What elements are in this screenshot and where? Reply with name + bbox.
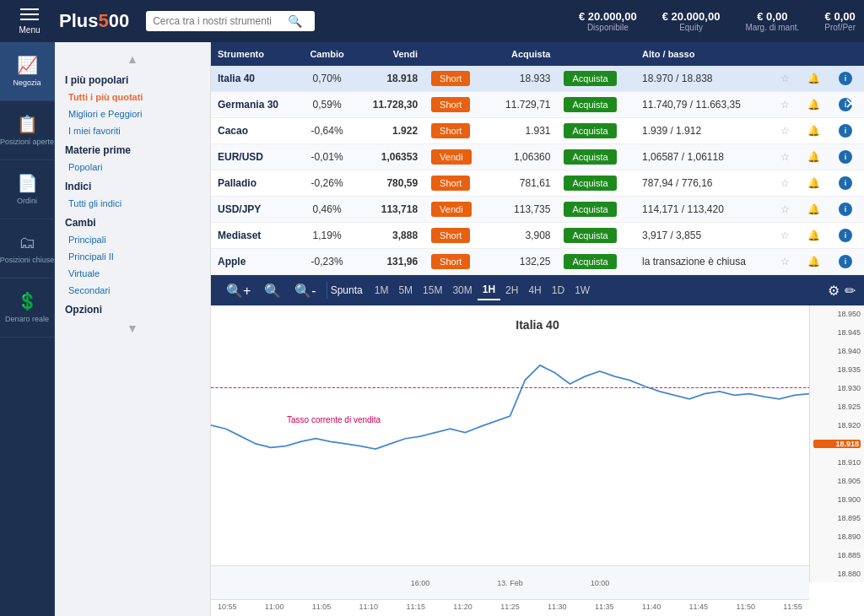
time-btn-1w[interactable]: 1W <box>570 281 595 300</box>
cell-fav[interactable]: ☆ <box>774 66 801 92</box>
cell-info[interactable]: i <box>832 170 864 197</box>
cell-sell-btn[interactable]: Vendi <box>424 144 488 170</box>
cell-sell-btn[interactable]: Short <box>424 249 488 275</box>
table-row[interactable]: USD/JPY 0,46% 113,718 Vendi 113,735 Acqu… <box>211 197 864 223</box>
acquista-button[interactable]: Acquista <box>564 176 616 191</box>
cat-item-principali[interactable]: Principali <box>55 231 210 248</box>
sidebar-item-posizioni-chiuse[interactable]: 🗂 Posizioni chiuse <box>0 219 55 278</box>
info-icon[interactable]: i <box>839 72 852 85</box>
cell-sell-btn[interactable]: Short <box>424 170 488 197</box>
cell-alert[interactable]: 🔔 <box>801 92 832 118</box>
short-button[interactable]: Short <box>431 97 470 112</box>
time-btn-1m[interactable]: 1M <box>370 281 394 300</box>
cell-sell-btn[interactable]: Short <box>424 223 488 249</box>
acquista-button[interactable]: Acquista <box>564 71 616 86</box>
cell-info[interactable]: i <box>832 144 864 170</box>
cell-info[interactable]: i <box>832 197 864 223</box>
vendi-button[interactable]: Vendi <box>431 149 472 165</box>
acquista-button[interactable]: Acquista <box>564 149 616 165</box>
cell-sell-btn[interactable]: Short <box>424 118 488 144</box>
cell-info[interactable]: i <box>832 249 864 275</box>
info-icon[interactable]: i <box>839 203 852 216</box>
search-box[interactable]: 🔍 <box>146 11 315 31</box>
table-row[interactable]: Apple -0,23% 131,96 Short 132,25 Acquist… <box>211 249 864 275</box>
cell-sell-btn[interactable]: Short <box>424 92 488 118</box>
cell-alert[interactable]: 🔔 <box>801 144 832 170</box>
zoom-in-button[interactable]: 🔍+ <box>219 279 257 302</box>
cell-buy-btn[interactable]: Acquista <box>557 92 635 118</box>
cell-info[interactable]: i <box>832 223 864 249</box>
cell-fav[interactable]: ☆ <box>774 118 801 144</box>
alert-icon[interactable]: 🔔 <box>807 125 820 137</box>
cell-fav[interactable]: ☆ <box>774 223 801 249</box>
cat-item-migliori[interactable]: Migliori e Peggiori <box>55 105 210 122</box>
mini-navigator[interactable]: 16:00 13. Feb 10:00 <box>211 565 809 599</box>
cell-alert[interactable]: 🔔 <box>801 223 832 249</box>
cell-fav[interactable]: ☆ <box>774 170 801 197</box>
cell-alert[interactable]: 🔔 <box>801 170 832 197</box>
favorite-icon[interactable]: ☆ <box>780 151 790 163</box>
cell-buy-btn[interactable]: Acquista <box>557 197 635 223</box>
alert-icon[interactable]: 🔔 <box>807 73 820 84</box>
sidebar-item-negozia[interactable]: 📈 Negozia <box>0 42 55 101</box>
table-row[interactable]: Italia 40 0,70% 18.918 Short 18.933 Acqu… <box>211 66 864 92</box>
sidebar-item-denaro-reale[interactable]: 💲 Denaro reale <box>0 278 55 338</box>
time-btn-15m[interactable]: 15M <box>418 281 447 300</box>
zoom-out-button[interactable]: 🔍- <box>288 279 322 302</box>
cell-buy-btn[interactable]: Acquista <box>557 66 635 92</box>
sidebar-item-posizioni-aperte[interactable]: 📋 Posizioni aperte <box>0 101 55 160</box>
acquista-button[interactable]: Acquista <box>564 254 616 269</box>
cell-fav[interactable]: ☆ <box>774 144 801 170</box>
info-icon[interactable]: i <box>839 229 852 242</box>
table-row[interactable]: Palladio -0,26% 780,59 Short 781,61 Acqu… <box>211 170 864 197</box>
info-icon[interactable]: i <box>839 124 852 138</box>
alert-icon[interactable]: 🔔 <box>807 230 820 241</box>
short-button[interactable]: Short <box>431 176 470 191</box>
cell-info[interactable]: i <box>832 66 864 92</box>
table-row[interactable]: EUR/USD -0,01% 1,06353 Vendi 1,06360 Acq… <box>211 144 864 170</box>
cell-fav[interactable]: ☆ <box>774 249 801 275</box>
acquista-button[interactable]: Acquista <box>564 202 616 217</box>
favorite-icon[interactable]: ☆ <box>780 256 790 267</box>
chart-settings-button[interactable]: ⚙ <box>828 283 840 299</box>
table-row[interactable]: Mediaset 1,19% 3,888 Short 3,908 Acquist… <box>211 223 864 249</box>
cell-buy-btn[interactable]: Acquista <box>557 249 635 275</box>
favorite-icon[interactable]: ☆ <box>780 73 790 84</box>
cat-item-favoriti[interactable]: I miei favoriti <box>55 122 210 139</box>
menu-button[interactable]: Menu <box>8 8 51 35</box>
time-btn-1h[interactable]: 1H <box>478 280 500 300</box>
vendi-button[interactable]: Vendi <box>431 202 472 217</box>
favorite-icon[interactable]: ☆ <box>780 125 790 137</box>
cat-item-tutti-quotati[interactable]: Tutti i più quotati <box>55 89 210 105</box>
alert-icon[interactable]: 🔔 <box>807 99 820 111</box>
cell-alert[interactable]: 🔔 <box>801 197 832 223</box>
cat-item-virtuale[interactable]: Virtuale <box>55 265 210 282</box>
favorite-icon[interactable]: ☆ <box>780 177 790 189</box>
cat-item-popolari[interactable]: Popolari <box>55 159 210 176</box>
acquista-button[interactable]: Acquista <box>564 228 616 243</box>
alert-icon[interactable]: 🔔 <box>807 256 820 267</box>
cell-buy-btn[interactable]: Acquista <box>557 170 635 197</box>
cell-sell-btn[interactable]: Vendi <box>424 197 488 223</box>
info-icon[interactable]: i <box>839 150 852 164</box>
cell-buy-btn[interactable]: Acquista <box>557 118 635 144</box>
short-button[interactable]: Short <box>431 254 470 269</box>
acquista-button[interactable]: Acquista <box>564 123 616 138</box>
favorite-icon[interactable]: ☆ <box>780 203 790 215</box>
cell-alert[interactable]: 🔔 <box>801 118 832 144</box>
alert-icon[interactable]: 🔔 <box>807 177 820 189</box>
cell-sell-btn[interactable]: Short <box>424 66 488 92</box>
cell-alert[interactable]: 🔔 <box>801 249 832 275</box>
favorite-icon[interactable]: ☆ <box>780 99 790 111</box>
short-button[interactable]: Short <box>431 71 470 86</box>
info-icon[interactable]: i <box>839 255 852 268</box>
table-row[interactable]: Germania 30 0,59% 11.728,30 Short 11.729… <box>211 92 864 118</box>
cell-fav[interactable]: ☆ <box>774 197 801 223</box>
time-btn-5m[interactable]: 5M <box>393 281 418 300</box>
cell-buy-btn[interactable]: Acquista <box>557 144 635 170</box>
cat-item-tutti-indici[interactable]: Tutti gli indici <box>55 195 210 212</box>
short-button[interactable]: Short <box>431 123 470 138</box>
cell-buy-btn[interactable]: Acquista <box>557 223 635 249</box>
search-input[interactable] <box>153 15 288 27</box>
time-btn-2h[interactable]: 2H <box>500 281 523 300</box>
